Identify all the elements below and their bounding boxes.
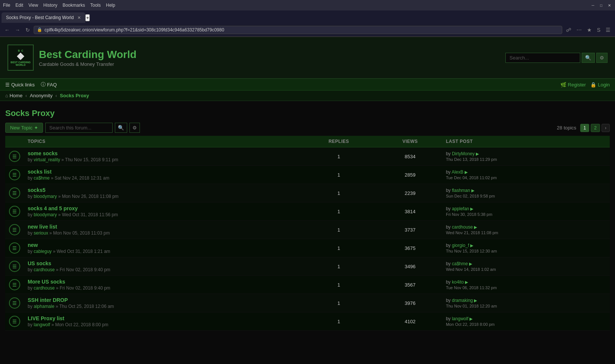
lastpost-date: Wed Nov 21, 2018 11:08 pm bbox=[446, 230, 606, 235]
topic-title-link[interactable]: socks 4 and 5 proxy bbox=[28, 205, 78, 211]
lastpost-author[interactable]: flashman bbox=[452, 188, 470, 193]
more-options-button[interactable]: ⋯ bbox=[575, 26, 583, 34]
topic-title-cell: some socks by virtual_reality » Thu Nov … bbox=[24, 147, 300, 166]
topic-author[interactable]: cardhouse bbox=[34, 285, 55, 291]
table-row: ☰ socks list by ca$hme » Sat Nov 24, 201… bbox=[5, 166, 610, 184]
table-row: ☰ LIVE Proxy list by langwolf » Mon Oct … bbox=[5, 312, 610, 331]
topic-author[interactable]: bloodymary bbox=[34, 194, 57, 199]
post-link-icon: ▶ bbox=[474, 298, 477, 303]
lastpost-author[interactable]: cardhouse bbox=[452, 224, 473, 230]
topic-icon-cell: ☰ bbox=[5, 147, 24, 166]
topic-author[interactable]: langwolf bbox=[34, 322, 50, 327]
replies-cell: 1 bbox=[300, 276, 378, 294]
close-button[interactable]: ✕ bbox=[607, 3, 612, 8]
lastpost-author[interactable]: dramaking bbox=[452, 298, 473, 303]
topic-author[interactable]: serioux bbox=[34, 230, 48, 236]
replies-cell: 1 bbox=[300, 221, 378, 239]
forum-search-settings-button[interactable]: ⚙ bbox=[129, 123, 140, 133]
topic-title-link[interactable]: new live list bbox=[28, 224, 57, 230]
browser-tab-active[interactable]: Socks Proxy - Best Carding World ✕ bbox=[1, 12, 85, 23]
post-link-icon: ▶ bbox=[470, 243, 473, 248]
nav-left: ☰ Quick links ⓘ FAQ bbox=[5, 81, 57, 88]
forum-search-input[interactable] bbox=[45, 123, 113, 133]
breadcrumb-anonymity[interactable]: Anonymity bbox=[30, 93, 53, 98]
login-icon: 🔒 bbox=[590, 82, 596, 88]
last-post-cell: by langwolf ▶ Mon Oct 22, 2018 8:00 pm bbox=[442, 312, 610, 331]
menu-file[interactable]: File bbox=[3, 3, 10, 8]
forum-search-button[interactable]: 🔍 bbox=[115, 123, 127, 133]
page-2-button[interactable]: 2 bbox=[591, 124, 600, 132]
next-page-button[interactable]: › bbox=[602, 124, 610, 132]
topic-title-link[interactable]: US socks bbox=[28, 260, 51, 266]
lastpost-author[interactable]: AlexB bbox=[452, 169, 463, 175]
topic-title-link[interactable]: some socks bbox=[28, 150, 58, 156]
login-link[interactable]: 🔒 Login bbox=[590, 82, 610, 88]
topic-title-cell: LIVE Proxy list by langwolf » Mon Oct 22… bbox=[24, 312, 300, 331]
lastpost-author[interactable]: langwolf bbox=[452, 316, 468, 321]
bookmark-button[interactable]: ★ bbox=[585, 26, 593, 34]
lastpost-date: Tue Dec 04, 2018 11:02 pm bbox=[446, 175, 606, 180]
topic-meta: by alphamale » Thu Oct 25, 2018 12:06 am bbox=[28, 304, 296, 309]
menu-bookmarks[interactable]: Bookmarks bbox=[62, 3, 85, 8]
breadcrumb-home[interactable]: Home bbox=[9, 93, 22, 98]
views-cell: 3976 bbox=[378, 294, 442, 312]
lastpost-author[interactable]: DirtyMoney bbox=[452, 151, 475, 156]
last-post-cell: by cardhouse ▶ Wed Nov 21, 2018 11:08 pm bbox=[442, 221, 610, 239]
views-cell: 3567 bbox=[378, 276, 442, 294]
last-post-cell: by ca$hme ▶ Wed Nov 14, 2018 1:02 am bbox=[442, 257, 610, 276]
quick-links-menu[interactable]: ☰ Quick links bbox=[5, 82, 35, 88]
header-search-button[interactable]: 🔍 bbox=[582, 53, 595, 63]
topic-title-link[interactable]: More US socks bbox=[28, 279, 65, 285]
minimize-button[interactable]: ─ bbox=[590, 3, 596, 8]
post-link-icon: ▶ bbox=[470, 207, 473, 211]
lastpost-author[interactable]: ca$hme bbox=[452, 261, 468, 266]
topic-title-link[interactable]: LIVE Proxy list bbox=[28, 315, 64, 321]
topic-title-link[interactable]: socks5 bbox=[28, 187, 45, 193]
topic-author[interactable]: ca$hme bbox=[34, 175, 50, 181]
views-header: VIEWS bbox=[378, 136, 442, 147]
nav-bar: ☰ Quick links ⓘ FAQ 🌿 Register 🔒 Login bbox=[0, 79, 615, 91]
faq-icon: ⓘ bbox=[41, 81, 46, 88]
new-tab-button[interactable]: + bbox=[85, 14, 90, 21]
lastpost-author[interactable]: giorgio_f bbox=[452, 243, 469, 248]
topic-author[interactable]: alphamale bbox=[34, 304, 54, 309]
lastpost-author[interactable]: applefan bbox=[452, 206, 469, 211]
menu-help[interactable]: Help bbox=[106, 3, 115, 8]
forward-button[interactable]: → bbox=[13, 26, 22, 34]
menu-history[interactable]: History bbox=[43, 3, 57, 8]
topic-author[interactable]: cardhouse bbox=[34, 267, 55, 272]
back-button[interactable]: ← bbox=[3, 26, 11, 34]
new-topic-button[interactable]: New Topic ✦ bbox=[5, 123, 43, 133]
site-header: B C BEST CARDINGWORLD Best Carding World… bbox=[0, 37, 615, 79]
header-search-settings-button[interactable]: ⚙ bbox=[596, 53, 608, 63]
tab-close-button[interactable]: ✕ bbox=[77, 15, 81, 20]
reader-view-button[interactable]: ☍ bbox=[564, 26, 573, 34]
last-post-cell: by flashman ▶ Sun Dec 02, 2018 9:58 pm bbox=[442, 184, 610, 202]
maximize-button[interactable]: □ bbox=[599, 3, 604, 8]
topic-title-link[interactable]: SSH inter DROP bbox=[28, 297, 68, 303]
menu-view[interactable]: View bbox=[28, 3, 38, 8]
menu-button[interactable]: ☰ bbox=[604, 26, 612, 34]
faq-link[interactable]: ⓘ FAQ bbox=[41, 81, 57, 88]
logo-diamond bbox=[17, 53, 24, 60]
replies-cell: 1 bbox=[300, 202, 378, 221]
topic-icon-cell: ☰ bbox=[5, 294, 24, 312]
menu-edit[interactable]: Edit bbox=[15, 3, 23, 8]
topic-author[interactable]: bloodymary bbox=[34, 212, 57, 217]
topic-author[interactable]: virtual_reality bbox=[34, 157, 60, 162]
topic-author[interactable]: cableguy bbox=[34, 249, 52, 254]
topic-title-link[interactable]: socks list bbox=[28, 169, 52, 175]
post-link-icon: ▶ bbox=[474, 225, 477, 229]
address-bar[interactable]: 🔒 cplfk4kp5dzeakwc.onion/viewforum.php?f… bbox=[34, 26, 562, 34]
topic-title-link[interactable]: new bbox=[28, 242, 38, 248]
page-1-button[interactable]: 1 bbox=[580, 124, 590, 132]
hamburger-icon: ☰ bbox=[5, 82, 10, 88]
topic-unread-icon: ☰ bbox=[9, 316, 20, 327]
menu-tools[interactable]: Tools bbox=[90, 3, 101, 8]
header-search-input[interactable] bbox=[505, 53, 580, 63]
sync-button[interactable]: S bbox=[596, 26, 602, 34]
lastpost-author[interactable]: ko4ito bbox=[452, 279, 464, 285]
last-post-cell: by AlexB ▶ Tue Dec 04, 2018 11:02 pm bbox=[442, 166, 610, 184]
reload-button[interactable]: ↻ bbox=[24, 26, 31, 34]
register-link[interactable]: 🌿 Register bbox=[560, 82, 586, 88]
